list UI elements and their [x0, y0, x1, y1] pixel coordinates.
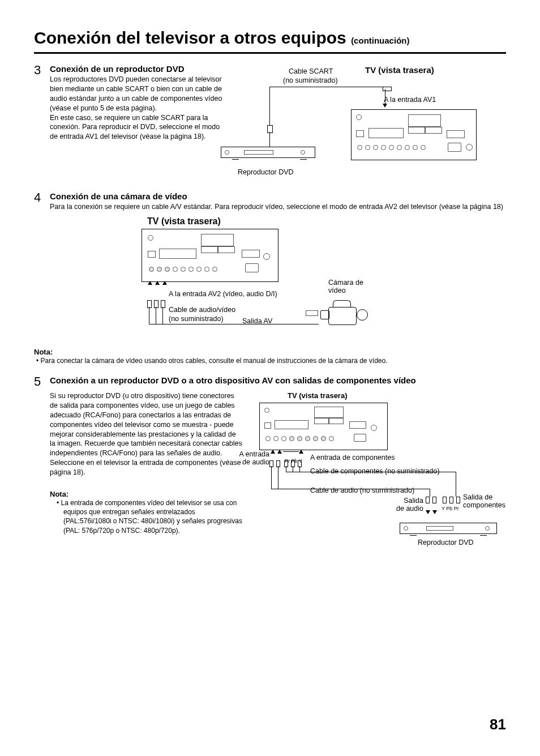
label-comp-cable: Cable de componentes (no suministrado): [310, 467, 440, 475]
dvd-player-icon: [221, 147, 315, 158]
page-number: 81: [490, 716, 506, 733]
step4-text: Para la conexión se requiere un cable A/…: [50, 202, 506, 212]
rca-plug-icon: [449, 497, 453, 503]
rca-plug-icon: [432, 497, 436, 503]
note-body-5: • La entrada de componentes vídeo del te…: [50, 498, 242, 535]
scart-plug-icon: [267, 125, 273, 133]
title-rule: [34, 52, 506, 54]
note-heading-4: Nota:: [34, 348, 506, 356]
label-scart-sub: (no suministrado): [283, 76, 338, 84]
dvd-player-icon-5: [400, 523, 497, 534]
label-audio-out: Salida de audio: [395, 497, 423, 512]
rca-plug-icon: [154, 300, 158, 308]
title-suffix: (continuación): [351, 36, 409, 45]
tv-rear-panel-icon-4: [142, 229, 278, 282]
step3-text: Los reproductores DVD pueden conectarse …: [50, 75, 226, 142]
label-audio-cable: Cable de audio (no suministrado): [310, 486, 414, 494]
label-scart: Cable SCART: [289, 67, 333, 75]
label-dvd-player-5: Reproductor DVD: [418, 539, 474, 546]
page-title: Conexión del televisor a otros equipos (…: [34, 28, 506, 48]
rca-plug-icon: [443, 497, 447, 503]
note-body-4: • Para conectar la cámara de vídeo usand…: [34, 356, 506, 365]
label-av2: A la entrada AV2 (vídeo, audio D/I): [169, 290, 277, 298]
step4-heading: Conexión de una cámara de vídeo: [50, 191, 506, 201]
label-av-out: Salida AV: [242, 317, 272, 325]
label-tv-rear-3: TV (vista trasera): [365, 65, 434, 75]
step-number-3: 3: [34, 64, 50, 76]
label-comp-out: Salida de componentes: [463, 493, 505, 509]
step3-heading: Conexión de un reproductor DVD: [50, 64, 226, 74]
step5-diagram: TV (vista trasera): [254, 391, 506, 556]
scart-plug-tv-icon: [383, 87, 392, 91]
step-number-4: 4: [34, 191, 50, 204]
label-comp-in: A entrada de componentes: [310, 454, 395, 462]
rca-plug-icon: [456, 497, 460, 503]
av-jack-icon: [306, 310, 318, 316]
step3-diagram: Cable SCART (no suministrado) TV (vista …: [238, 64, 506, 177]
label-audio-in: A entrada de audio: [237, 450, 269, 466]
tv-rear-panel-icon: [351, 109, 477, 160]
label-tv-rear-4: TV (vista trasera): [147, 216, 506, 227]
label-av1: A la entrada AV1: [384, 96, 436, 104]
rca-plug-icon: [147, 300, 152, 308]
tv-rear-panel-icon-5: [259, 403, 388, 450]
step4-diagram: A la entrada AV2 (vídeo, audio D/I) Cabl…: [136, 227, 506, 340]
label-av-cable-sub: (no suministrado): [169, 315, 224, 323]
rca-plug-icon: [426, 497, 430, 503]
title-main: Conexión del televisor a otros equipos: [34, 28, 351, 47]
label-av-cable: Cable de audio/vídeo: [169, 306, 235, 314]
step5-text: Si su reproductor DVD (u otro dispositiv…: [50, 391, 242, 477]
step-number-5: 5: [34, 375, 50, 388]
label-tv-rear-5: TV (vista trasera): [288, 391, 348, 400]
label-dvd-player-3: Reproductor DVD: [238, 168, 294, 176]
label-ypbpr-out: Y Pb Pr: [442, 506, 459, 511]
label-camera: Cámara de vídeo: [328, 279, 363, 294]
note-heading-5: Nota:: [50, 490, 242, 498]
step5-heading: Conexión a un reproductor DVD o a otro d…: [50, 375, 506, 385]
rca-plug-icon: [161, 300, 165, 308]
